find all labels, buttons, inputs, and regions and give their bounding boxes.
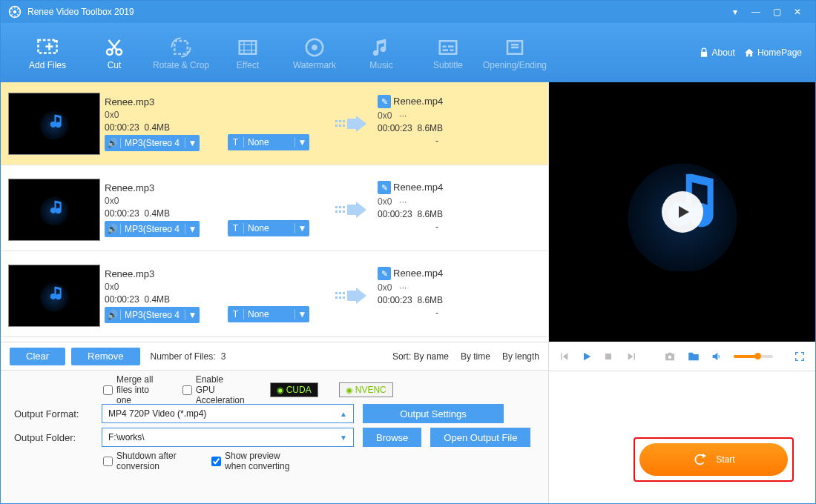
svg-point-1 bbox=[13, 10, 17, 14]
home-icon bbox=[744, 47, 754, 58]
edit-icon[interactable]: ✎ bbox=[378, 267, 391, 280]
dest-dims: 0x0 ··· bbox=[378, 282, 496, 293]
svg-rect-23 bbox=[343, 206, 345, 208]
prev-button[interactable] bbox=[558, 351, 570, 362]
svg-point-8 bbox=[312, 44, 317, 50]
titlebar: Renee Video Toolbox 2019 ▾ — ▢ ✕ bbox=[1, 1, 815, 23]
file-row[interactable]: Renee.mp30x000:00:23 0.4MB🔊MP3(Stereo 4▼… bbox=[1, 168, 548, 251]
title-icon bbox=[502, 35, 527, 60]
chevron-up-icon: ▲ bbox=[340, 410, 347, 418]
sort-by-name[interactable]: By name bbox=[414, 351, 449, 362]
dest-dims: 0x0 ··· bbox=[378, 196, 496, 207]
toolbar-add-files[interactable]: Add Files bbox=[14, 27, 81, 79]
open-output-button[interactable]: Open Output File bbox=[430, 428, 530, 447]
svg-rect-21 bbox=[339, 206, 341, 208]
add-files-icon bbox=[35, 35, 60, 60]
svg-rect-31 bbox=[343, 296, 345, 299]
maximize-button[interactable]: ▢ bbox=[766, 7, 787, 17]
toolbar-watermark[interactable]: Watermark bbox=[281, 27, 348, 79]
chevron-down-icon: ▼ bbox=[185, 310, 200, 320]
folder-button[interactable] bbox=[687, 350, 700, 363]
toolbar-opening-ending[interactable]: Opening/Ending bbox=[481, 27, 548, 79]
source-dims: 0x0 bbox=[105, 282, 223, 292]
svg-rect-27 bbox=[335, 296, 338, 299]
text-select[interactable]: TNone▼ bbox=[228, 134, 309, 150]
format-select[interactable]: 🔊MP3(Stereo 4▼ bbox=[105, 307, 200, 323]
svg-rect-29 bbox=[339, 296, 341, 299]
stop-button[interactable] bbox=[603, 351, 616, 362]
dest-name: ✎Renee.mp4 bbox=[378, 267, 496, 280]
play-control[interactable] bbox=[581, 351, 593, 362]
source-name: Renee.mp3 bbox=[105, 268, 223, 279]
source-meta: 00:00:23 0.4MB bbox=[105, 122, 223, 133]
speaker-icon: 🔊 bbox=[105, 310, 121, 320]
lock-icon bbox=[699, 47, 709, 58]
svg-rect-6 bbox=[240, 41, 257, 54]
output-format-label: Output Format: bbox=[14, 408, 93, 420]
svg-rect-33 bbox=[605, 353, 611, 359]
dropdown-icon[interactable]: ▾ bbox=[725, 7, 746, 17]
toolbar-effect[interactable]: Effect bbox=[214, 27, 281, 79]
about-link[interactable]: About bbox=[699, 47, 735, 58]
chevron-down-icon: ▼ bbox=[295, 223, 309, 233]
minimize-button[interactable]: — bbox=[746, 7, 766, 17]
svg-rect-20 bbox=[335, 210, 338, 213]
homepage-link[interactable]: HomePage bbox=[744, 47, 802, 58]
toolbar-music[interactable]: Music bbox=[348, 27, 415, 79]
app-logo-icon bbox=[8, 5, 22, 19]
shutdown-checkbox[interactable]: Shutdown after conversion bbox=[103, 451, 182, 471]
volume-slider[interactable] bbox=[734, 355, 773, 358]
chevron-down-icon: ▼ bbox=[185, 224, 200, 234]
dest-name: ✎Renee.mp4 bbox=[378, 181, 496, 194]
close-button[interactable]: ✕ bbox=[787, 7, 808, 17]
edit-icon[interactable]: ✎ bbox=[378, 181, 391, 194]
output-settings-button[interactable]: Output Settings bbox=[363, 404, 504, 423]
source-name: Renee.mp3 bbox=[105, 96, 223, 107]
svg-rect-24 bbox=[343, 210, 345, 213]
svg-rect-12 bbox=[335, 120, 338, 122]
edit-icon[interactable]: ✎ bbox=[378, 95, 391, 108]
text-select[interactable]: TNone▼ bbox=[228, 306, 309, 322]
output-format-select[interactable]: MP4 720P Video (*.mp4)▲ bbox=[102, 404, 354, 423]
svg-rect-26 bbox=[335, 292, 338, 294]
text-select[interactable]: TNone▼ bbox=[228, 220, 309, 236]
dest-dims: 0x0 ··· bbox=[378, 110, 496, 121]
gpu-checkbox[interactable]: Enable GPU Acceleration bbox=[182, 374, 245, 405]
source-dims: 0x0 bbox=[105, 196, 223, 206]
fullscreen-button[interactable] bbox=[794, 351, 806, 362]
remove-button[interactable]: Remove bbox=[71, 348, 139, 365]
file-row[interactable]: Renee.mp30x000:00:23 0.4MB🔊MP3(Stereo 4▼… bbox=[1, 82, 548, 165]
cuda-badge: ◉ CUDA bbox=[270, 382, 318, 397]
start-button[interactable]: Start bbox=[639, 443, 788, 476]
arrow-icon bbox=[329, 200, 373, 219]
toolbar-cut[interactable]: Cut bbox=[81, 27, 148, 79]
svg-point-34 bbox=[668, 355, 672, 359]
toolbar-subtitle[interactable]: Subtitle bbox=[415, 27, 481, 79]
chevron-down-icon: ▼ bbox=[295, 309, 309, 319]
chevron-down-icon: ▼ bbox=[185, 138, 200, 148]
output-folder-select[interactable]: F:\works\▼ bbox=[102, 428, 354, 447]
player-controls bbox=[549, 342, 815, 371]
svg-rect-5 bbox=[174, 41, 188, 54]
source-meta: 00:00:23 0.4MB bbox=[105, 294, 223, 305]
play-button[interactable] bbox=[662, 191, 703, 233]
next-button[interactable] bbox=[626, 351, 639, 362]
merge-checkbox[interactable]: Merge all files into one bbox=[103, 374, 162, 405]
stamp-icon bbox=[302, 35, 327, 60]
sort-by-length[interactable]: By length bbox=[502, 351, 539, 362]
text-icon: T bbox=[228, 223, 244, 233]
browse-button[interactable]: Browse bbox=[363, 428, 421, 447]
snapshot-button[interactable] bbox=[663, 350, 677, 363]
video-preview[interactable] bbox=[549, 82, 815, 342]
dest-meta: 00:00:23 8.6MB bbox=[378, 123, 496, 133]
file-row[interactable]: Renee.mp30x000:00:23 0.4MB🔊MP3(Stereo 4▼… bbox=[1, 254, 548, 337]
sort-by-time[interactable]: By time bbox=[461, 351, 490, 362]
show-preview-checkbox[interactable]: Show preview when converting bbox=[211, 451, 290, 471]
volume-button[interactable] bbox=[711, 351, 723, 362]
svg-rect-13 bbox=[335, 125, 338, 127]
format-select[interactable]: 🔊MP3(Stereo 4▼ bbox=[105, 135, 200, 151]
chevron-down-icon: ▼ bbox=[340, 434, 347, 442]
format-select[interactable]: 🔊MP3(Stereo 4▼ bbox=[105, 221, 200, 237]
toolbar-rotate-crop[interactable]: Rotate & Crop bbox=[148, 27, 214, 79]
clear-button[interactable]: Clear bbox=[10, 348, 65, 365]
